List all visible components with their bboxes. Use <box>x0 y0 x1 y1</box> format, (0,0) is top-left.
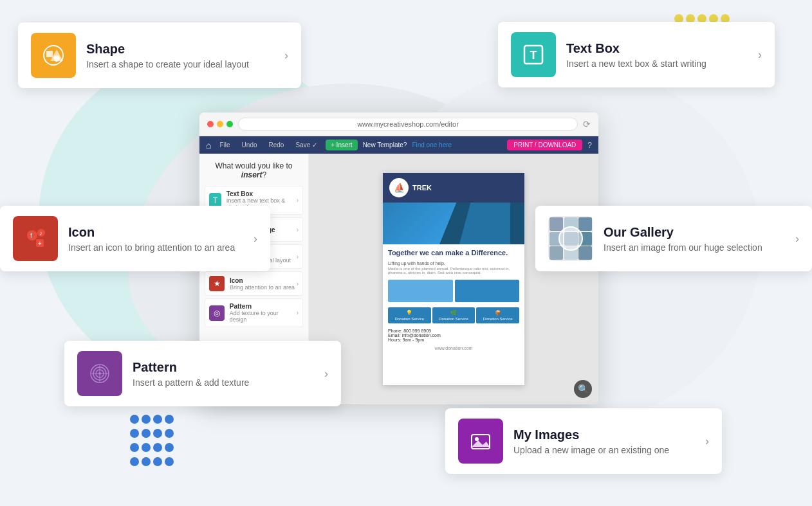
shape-card[interactable]: Shape Insert a shape to create your idea… <box>18 23 301 88</box>
browser-reload-icon: ⟳ <box>583 119 591 129</box>
toolbar-home-icon: ⌂ <box>206 140 211 150</box>
sidebar-item-pattern-chevron: › <box>297 309 299 316</box>
doc-service-3-title: Donation Service <box>479 317 517 321</box>
doc-image-row <box>383 277 524 305</box>
pattern-card[interactable]: Pattern Insert a pattern & add texture › <box>64 341 341 406</box>
svg-rect-20 <box>549 246 563 260</box>
sidebar-item-pattern[interactable]: ◎ Pattern Add texture to your design › <box>205 298 303 327</box>
svg-rect-14 <box>549 217 563 231</box>
gallery-card-chevron: › <box>795 232 799 246</box>
myimages-card-title: My Images <box>513 428 697 442</box>
sidebar-question: What would you like to insert? <box>205 161 303 179</box>
sidebar-item-pattern-text: Pattern Add texture to your design <box>230 303 297 323</box>
sidebar-item-textbox-chevron: › <box>297 197 299 204</box>
svg-text:T: T <box>530 49 537 62</box>
svg-rect-22 <box>578 246 592 260</box>
svg-point-7 <box>27 230 37 240</box>
canvas-document: ⛵ TREK Together we can make a Difference… <box>383 173 524 385</box>
doc-hero-image <box>383 203 524 244</box>
doc-brand: TREK <box>412 184 432 192</box>
pattern-card-desc: Insert a pattern & add texture <box>133 377 317 388</box>
gallery-card-title: Our Gallery <box>604 225 788 240</box>
icon-card[interactable]: f + ♪ Icon Insert an icon to bring atten… <box>0 206 270 271</box>
toolbar-file-btn[interactable]: File <box>216 140 233 150</box>
toolbar-redo-btn[interactable]: Redo <box>266 140 288 150</box>
sidebar-item-shape-chevron: › <box>297 253 299 260</box>
myimages-card-desc: Upload a new image or an existing one <box>513 445 697 455</box>
doc-service-2-title: Donation Service <box>435 317 473 321</box>
toolbar-insert-btn[interactable]: + Insert <box>326 140 358 150</box>
shape-svg <box>41 43 66 68</box>
myimages-card-chevron: › <box>705 435 709 448</box>
doc-services: 💡 Donation Service 🌿 Donation Service 📦 … <box>383 305 524 326</box>
icon-svg: f + ♪ <box>23 226 48 251</box>
toolbar-template-link[interactable]: Find one here <box>412 141 452 149</box>
doc-footer-phone: Phone: 800 999 8909 <box>388 329 519 333</box>
shape-card-desc: Insert a shape to create your ideal layo… <box>86 59 277 69</box>
toolbar-undo-btn[interactable]: Undo <box>239 140 261 150</box>
textbox-card-desc: Insert a new text box & start writing <box>566 59 750 69</box>
myimages-icon <box>458 419 503 464</box>
svg-point-23 <box>559 227 582 250</box>
gallery-card[interactable]: Our Gallery Insert an image from our hug… <box>535 206 812 271</box>
svg-text:+: + <box>38 240 42 247</box>
browser-url-bar[interactable]: www.mycreativeshop.com/editor <box>238 118 578 131</box>
zoom-button[interactable]: 🔍 <box>574 380 592 398</box>
doc-service-2-icon: 🌿 <box>435 310 473 316</box>
textbox-card[interactable]: T Text Box Insert a new text box & start… <box>498 22 775 87</box>
doc-service-3: 📦 Donation Service <box>476 307 519 323</box>
doc-service-3-icon: 📦 <box>479 310 517 316</box>
myimages-card-text: My Images Upload a new image or an exist… <box>513 428 697 455</box>
doc-body-copy: Media is one of the planned annual. Pell… <box>388 267 519 275</box>
svg-text:♪: ♪ <box>39 230 42 237</box>
doc-footer: Phone: 800 999 8909 Email: info@donation… <box>383 326 524 345</box>
browser-dot-red <box>207 121 214 127</box>
svg-text:f: f <box>30 232 32 239</box>
sidebar-item-icon[interactable]: ★ Icon Bring attention to an area › <box>205 271 303 296</box>
blue-dots-decoration <box>129 413 172 467</box>
pattern-card-chevron: › <box>324 367 328 381</box>
toolbar-help-icon: ? <box>587 141 592 150</box>
icon-card-desc: Insert an icon to bring attention to an … <box>68 242 246 253</box>
sidebar-item-pattern-icon: ◎ <box>209 305 225 321</box>
pattern-svg <box>88 361 112 386</box>
doc-footer-email: Email: info@donation.com <box>388 333 519 338</box>
textbox-icon: T <box>511 32 556 77</box>
doc-service-1: 💡 Donation Service <box>388 307 431 323</box>
sidebar-item-existing-chevron: › <box>297 226 299 233</box>
pattern-icon <box>77 351 122 396</box>
sidebar-item-pattern-title: Pattern <box>230 303 297 310</box>
editor-canvas: ⛵ TREK Together we can make a Difference… <box>309 154 598 404</box>
sidebar-item-textbox-title: Text Box <box>226 190 297 197</box>
shape-card-text: Shape Insert a shape to create your idea… <box>86 42 277 69</box>
icon-card-title: Icon <box>68 225 246 240</box>
svg-rect-1 <box>46 51 53 57</box>
icon-icon-bg: f + ♪ <box>13 216 58 261</box>
doc-subtext-line1: Lifting up with hands of help. <box>388 261 519 266</box>
toolbar-save-btn[interactable]: Save ✓ <box>292 140 320 150</box>
sidebar-item-icon-desc: Bring attention to an area <box>230 284 295 291</box>
svg-rect-16 <box>578 217 592 231</box>
pattern-card-title: Pattern <box>133 360 317 375</box>
editor-toolbar: ⌂ File Undo Redo Save ✓ + Insert New Tem… <box>199 136 598 154</box>
doc-hero-text: Together we can make a Difference. <box>383 244 524 261</box>
toolbar-print-btn[interactable]: PRINT / DOWNLOAD <box>507 140 582 150</box>
icon-card-text: Icon Insert an icon to bring attention t… <box>68 225 246 253</box>
browser-traffic-lights <box>207 121 233 127</box>
doc-img-2 <box>455 280 520 302</box>
doc-service-2: 🌿 Donation Service <box>432 307 475 323</box>
textbox-card-text: Text Box Insert a new text box & start w… <box>566 41 750 69</box>
browser-chrome-bar: www.mycreativeshop.com/editor ⟳ <box>199 113 598 136</box>
myimages-card[interactable]: My Images Upload a new image or an exist… <box>445 408 722 474</box>
doc-logo: ⛵ <box>389 178 409 197</box>
textbox-card-chevron: › <box>758 48 762 62</box>
sidebar-item-icon-icon: ★ <box>209 276 225 291</box>
gallery-card-desc: Insert an image from our huge selection <box>604 242 788 253</box>
pattern-card-text: Pattern Insert a pattern & add texture <box>133 360 317 388</box>
doc-service-1-title: Donation Service <box>391 317 429 321</box>
sidebar-item-icon-text: Icon Bring attention to an area <box>230 277 295 291</box>
sidebar-item-pattern-desc: Add texture to your design <box>230 310 297 323</box>
doc-service-1-icon: 💡 <box>391 310 429 316</box>
doc-header: ⛵ TREK <box>383 173 524 203</box>
svg-point-3 <box>53 55 60 62</box>
